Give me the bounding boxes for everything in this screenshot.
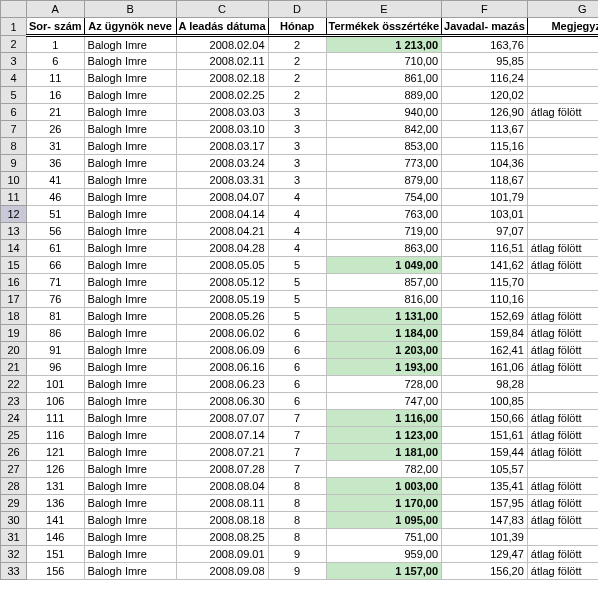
row-header-1[interactable]: 1 xyxy=(1,18,27,36)
cell-datum[interactable]: 2008.06.30 xyxy=(176,393,268,410)
cell-megjegyzes[interactable]: átlag fölött xyxy=(527,495,598,512)
cell-ugynok[interactable]: Balogh Imre xyxy=(84,546,176,563)
col-header-B[interactable]: B xyxy=(84,1,176,18)
cell-javadalmazas[interactable]: 100,85 xyxy=(442,393,528,410)
cell-datum[interactable]: 2008.03.31 xyxy=(176,172,268,189)
cell-datum[interactable]: 2008.03.03 xyxy=(176,104,268,121)
header-megjegyzes[interactable]: Megjegyzés xyxy=(527,18,598,36)
row-header[interactable]: 17 xyxy=(1,291,27,308)
cell-ugynok[interactable]: Balogh Imre xyxy=(84,206,176,223)
col-header-F[interactable]: F xyxy=(442,1,528,18)
cell-osszertek[interactable]: 710,00 xyxy=(326,53,441,70)
cell-javadalmazas[interactable]: 103,01 xyxy=(442,206,528,223)
row-header[interactable]: 15 xyxy=(1,257,27,274)
cell-sorszam[interactable]: 151 xyxy=(27,546,85,563)
cell-sorszam[interactable]: 16 xyxy=(27,87,85,104)
cell-sorszam[interactable]: 141 xyxy=(27,512,85,529)
row-header[interactable]: 16 xyxy=(1,274,27,291)
cell-sorszam[interactable]: 136 xyxy=(27,495,85,512)
row-header[interactable]: 18 xyxy=(1,308,27,325)
cell-datum[interactable]: 2008.02.25 xyxy=(176,87,268,104)
cell-ugynok[interactable]: Balogh Imre xyxy=(84,444,176,461)
row-header[interactable]: 10 xyxy=(1,172,27,189)
cell-javadalmazas[interactable]: 147,83 xyxy=(442,512,528,529)
cell-ugynok[interactable]: Balogh Imre xyxy=(84,393,176,410)
row-header[interactable]: 26 xyxy=(1,444,27,461)
cell-javadalmazas[interactable]: 156,20 xyxy=(442,563,528,580)
cell-osszertek[interactable]: 863,00 xyxy=(326,240,441,257)
cell-javadalmazas[interactable]: 120,02 xyxy=(442,87,528,104)
cell-megjegyzes[interactable] xyxy=(527,393,598,410)
cell-osszertek[interactable]: 1 203,00 xyxy=(326,342,441,359)
cell-javadalmazas[interactable]: 115,16 xyxy=(442,138,528,155)
cell-sorszam[interactable]: 56 xyxy=(27,223,85,240)
cell-sorszam[interactable]: 131 xyxy=(27,478,85,495)
col-header-A[interactable]: A xyxy=(27,1,85,18)
cell-javadalmazas[interactable]: 157,95 xyxy=(442,495,528,512)
cell-ugynok[interactable]: Balogh Imre xyxy=(84,138,176,155)
cell-osszertek[interactable]: 1 095,00 xyxy=(326,512,441,529)
cell-honap[interactable]: 8 xyxy=(268,529,326,546)
cell-honap[interactable]: 8 xyxy=(268,478,326,495)
cell-megjegyzes[interactable]: átlag fölött xyxy=(527,563,598,580)
cell-osszertek[interactable]: 857,00 xyxy=(326,274,441,291)
cell-osszertek[interactable]: 1 193,00 xyxy=(326,359,441,376)
row-header[interactable]: 12 xyxy=(1,206,27,223)
cell-megjegyzes[interactable] xyxy=(527,274,598,291)
row-header[interactable]: 2 xyxy=(1,36,27,53)
cell-javadalmazas[interactable]: 159,84 xyxy=(442,325,528,342)
cell-megjegyzes[interactable]: átlag fölött xyxy=(527,104,598,121)
cell-honap[interactable]: 7 xyxy=(268,410,326,427)
col-header-D[interactable]: D xyxy=(268,1,326,18)
cell-osszertek[interactable]: 842,00 xyxy=(326,121,441,138)
cell-osszertek[interactable]: 940,00 xyxy=(326,104,441,121)
cell-ugynok[interactable]: Balogh Imre xyxy=(84,87,176,104)
row-header[interactable]: 19 xyxy=(1,325,27,342)
cell-ugynok[interactable]: Balogh Imre xyxy=(84,563,176,580)
cell-ugynok[interactable]: Balogh Imre xyxy=(84,495,176,512)
row-header[interactable]: 6 xyxy=(1,104,27,121)
cell-ugynok[interactable]: Balogh Imre xyxy=(84,376,176,393)
cell-ugynok[interactable]: Balogh Imre xyxy=(84,291,176,308)
cell-osszertek[interactable]: 751,00 xyxy=(326,529,441,546)
cell-megjegyzes[interactable]: átlag fölött xyxy=(527,546,598,563)
cell-megjegyzes[interactable]: átlag fölött xyxy=(527,359,598,376)
row-header[interactable]: 25 xyxy=(1,427,27,444)
cell-ugynok[interactable]: Balogh Imre xyxy=(84,36,176,53)
cell-honap[interactable]: 2 xyxy=(268,87,326,104)
cell-megjegyzes[interactable] xyxy=(527,70,598,87)
cell-osszertek[interactable]: 879,00 xyxy=(326,172,441,189)
cell-datum[interactable]: 2008.08.11 xyxy=(176,495,268,512)
cell-sorszam[interactable]: 66 xyxy=(27,257,85,274)
cell-javadalmazas[interactable]: 110,16 xyxy=(442,291,528,308)
cell-datum[interactable]: 2008.04.21 xyxy=(176,223,268,240)
cell-javadalmazas[interactable]: 161,06 xyxy=(442,359,528,376)
cell-sorszam[interactable]: 26 xyxy=(27,121,85,138)
cell-osszertek[interactable]: 728,00 xyxy=(326,376,441,393)
cell-sorszam[interactable]: 106 xyxy=(27,393,85,410)
row-header[interactable]: 31 xyxy=(1,529,27,546)
cell-sorszam[interactable]: 6 xyxy=(27,53,85,70)
cell-javadalmazas[interactable]: 104,36 xyxy=(442,155,528,172)
cell-osszertek[interactable]: 773,00 xyxy=(326,155,441,172)
cell-megjegyzes[interactable] xyxy=(527,461,598,478)
cell-honap[interactable]: 4 xyxy=(268,206,326,223)
cell-sorszam[interactable]: 86 xyxy=(27,325,85,342)
row-header[interactable]: 28 xyxy=(1,478,27,495)
cell-honap[interactable]: 2 xyxy=(268,53,326,70)
cell-datum[interactable]: 2008.08.18 xyxy=(176,512,268,529)
cell-osszertek[interactable]: 889,00 xyxy=(326,87,441,104)
header-osszertek[interactable]: Termékek összértéke xyxy=(326,18,441,36)
cell-sorszam[interactable]: 46 xyxy=(27,189,85,206)
cell-sorszam[interactable]: 126 xyxy=(27,461,85,478)
row-header[interactable]: 11 xyxy=(1,189,27,206)
cell-osszertek[interactable]: 1 184,00 xyxy=(326,325,441,342)
cell-sorszam[interactable]: 1 xyxy=(27,36,85,53)
cell-honap[interactable]: 3 xyxy=(268,121,326,138)
row-header[interactable]: 21 xyxy=(1,359,27,376)
cell-javadalmazas[interactable]: 118,67 xyxy=(442,172,528,189)
cell-megjegyzes[interactable]: átlag fölött xyxy=(527,342,598,359)
cell-datum[interactable]: 2008.07.21 xyxy=(176,444,268,461)
cell-datum[interactable]: 2008.05.05 xyxy=(176,257,268,274)
cell-honap[interactable]: 8 xyxy=(268,495,326,512)
